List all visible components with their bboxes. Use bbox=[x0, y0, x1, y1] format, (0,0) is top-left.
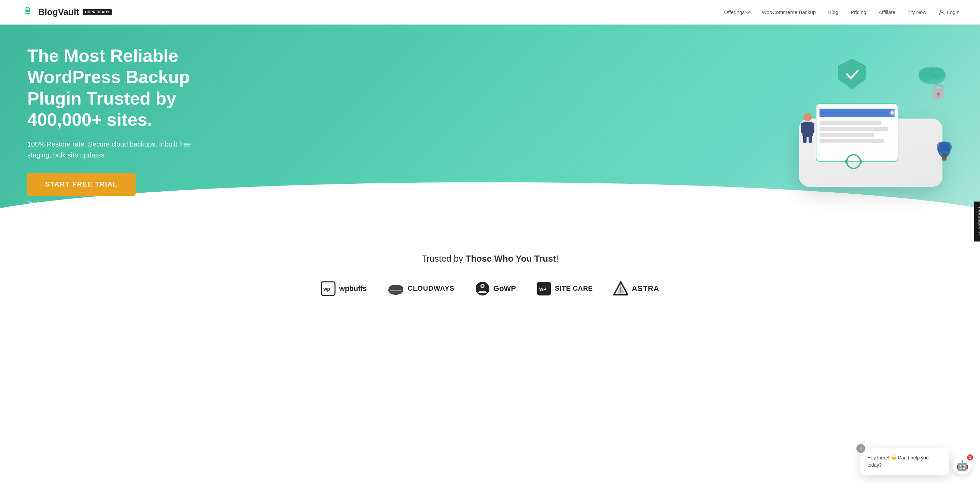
hero-title: The Most Reliable WordPress Backup Plugi… bbox=[27, 45, 212, 131]
svg-rect-23 bbox=[810, 123, 815, 133]
astra-icon bbox=[613, 281, 628, 296]
svg-marker-27 bbox=[861, 159, 863, 164]
feedback-label: Feedback bbox=[978, 207, 980, 229]
hero-illustration: W bbox=[782, 54, 959, 197]
person-illustration bbox=[799, 112, 816, 144]
svg-point-8 bbox=[930, 67, 945, 80]
trusted-title: Trusted by Those Who You Trust! bbox=[21, 253, 959, 264]
hero-content: The Most Reliable WordPress Backup Plugi… bbox=[0, 25, 239, 226]
svg-rect-24 bbox=[803, 136, 807, 143]
svg-rect-14 bbox=[819, 121, 881, 125]
svg-point-42 bbox=[482, 285, 484, 287]
logo-wpbuffs: wp wpbuffs bbox=[321, 281, 367, 296]
svg-rect-13 bbox=[819, 108, 895, 117]
svg-marker-26 bbox=[844, 159, 847, 164]
logo-astra: ASTRA bbox=[613, 281, 659, 296]
svg-text:WP: WP bbox=[539, 287, 546, 292]
svg-rect-11 bbox=[938, 94, 939, 97]
svg-rect-15 bbox=[819, 127, 888, 131]
svg-rect-25 bbox=[808, 136, 812, 143]
nav-item-offerings[interactable]: Offerings bbox=[724, 9, 749, 15]
svg-point-31 bbox=[943, 142, 952, 153]
start-free-trial-button[interactable]: START FREE TRIAL bbox=[27, 173, 135, 196]
user-icon bbox=[939, 9, 945, 15]
wpbuffs-icon: wp bbox=[321, 281, 336, 296]
nav-item-blog[interactable]: Blog bbox=[828, 9, 838, 15]
shield-illustration bbox=[837, 57, 867, 92]
no-credit-card-text: No credit card required bbox=[27, 200, 212, 206]
nav-item-login[interactable]: Login bbox=[939, 9, 959, 15]
svg-rect-2 bbox=[25, 13, 30, 14]
trusted-logos-row: wp wpbuffs CLOUDWAYS GoWP bbox=[21, 281, 959, 296]
logo-gowp: GoWP bbox=[475, 281, 516, 296]
plant-illustration bbox=[935, 134, 953, 163]
logo-container[interactable]: BlogVault GDPR READY bbox=[21, 5, 112, 19]
gdpr-badge: GDPR READY bbox=[83, 9, 112, 15]
navbar: BlogVault GDPR READY Offerings WooCommer… bbox=[0, 0, 980, 25]
logo-text: BlogVault bbox=[38, 7, 79, 18]
logo-cloudways: CLOUDWAYS bbox=[387, 282, 455, 295]
nav-item-affiliate[interactable]: Affiliate bbox=[878, 9, 895, 15]
feedback-envelope-icon: ✉ bbox=[978, 232, 980, 236]
svg-rect-22 bbox=[801, 123, 805, 133]
nav-item-woocommerce[interactable]: WooCommerce Backup bbox=[762, 9, 816, 15]
gowp-icon bbox=[475, 281, 490, 296]
svg-rect-16 bbox=[819, 133, 874, 137]
refresh-icon-illustration bbox=[843, 151, 864, 173]
svg-text:W: W bbox=[891, 111, 895, 115]
nav-item-try-now[interactable]: Try Now bbox=[908, 9, 926, 15]
lock-illustration bbox=[931, 81, 946, 102]
chevron-down-icon bbox=[745, 9, 750, 14]
svg-point-5 bbox=[940, 10, 943, 13]
svg-rect-17 bbox=[819, 139, 885, 143]
logo-sitecare: WP SITE CARE bbox=[536, 281, 593, 296]
feedback-tab[interactable]: Feedback ✉ bbox=[974, 201, 980, 241]
hero-section: The Most Reliable WordPress Backup Plugi… bbox=[0, 25, 980, 226]
nav-links: Offerings WooCommerce Backup Blog Pricin… bbox=[724, 9, 959, 15]
cloudways-icon bbox=[387, 282, 404, 295]
sitecare-icon: WP bbox=[536, 281, 552, 296]
svg-point-20 bbox=[803, 113, 812, 121]
blogvault-logo-icon bbox=[21, 5, 35, 19]
nav-item-pricing[interactable]: Pricing bbox=[851, 9, 866, 15]
svg-text:wp: wp bbox=[323, 286, 330, 292]
hero-subtitle: 100% Restore rate. Secure cloud backups,… bbox=[27, 139, 212, 161]
trusted-section: Trusted by Those Who You Trust! wp wpbuf… bbox=[0, 226, 980, 310]
svg-point-37 bbox=[388, 285, 403, 295]
